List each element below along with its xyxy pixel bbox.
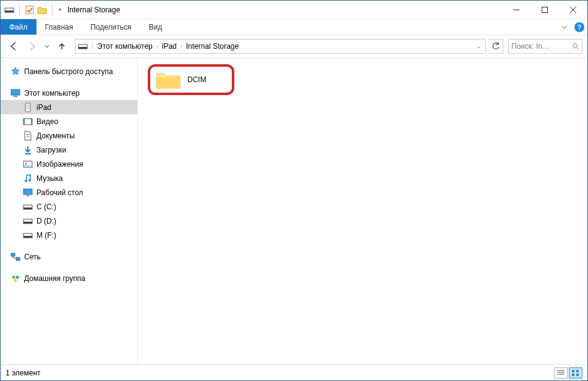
body: Панель быстрого доступа Этот компьютер i…	[1, 57, 587, 364]
sidebar-item-drive-m[interactable]: M (F:)	[1, 228, 137, 242]
close-button[interactable]	[559, 1, 587, 19]
refresh-button[interactable]	[488, 39, 503, 54]
svg-point-24	[28, 179, 31, 182]
sidebar-item-drive-c[interactable]: C (C:)	[1, 199, 137, 214]
status-count: 1 элемент	[6, 369, 41, 377]
svg-point-22	[25, 162, 27, 164]
sidebar-item-music[interactable]: Музыка	[1, 171, 137, 185]
recent-dropdown[interactable]	[43, 38, 51, 54]
search-placeholder: Поиск: In…	[511, 42, 550, 51]
svg-point-9	[573, 44, 577, 48]
star-icon	[11, 67, 20, 77]
breadcrumb-root-icon[interactable]	[77, 41, 89, 51]
navigation-bar: › Этот компьютер › iPad › Internal Stora…	[1, 35, 587, 57]
sidebar-item-ipad[interactable]: iPad	[1, 100, 137, 114]
sidebar-item-videos[interactable]: Видео	[1, 114, 137, 128]
tab-file[interactable]: Файл	[1, 19, 36, 35]
minimize-button[interactable]	[502, 1, 530, 19]
tree-label: Домашняя группа	[24, 274, 85, 283]
breadcrumb[interactable]: Этот компьютер	[96, 42, 154, 51]
monitor-icon	[11, 88, 20, 98]
address-dropdown-icon[interactable]: ⌄	[473, 44, 484, 49]
drive-icon	[23, 230, 33, 240]
sidebar-item-downloads[interactable]: Загрузки	[1, 143, 137, 157]
tree-label: M (F:)	[36, 231, 56, 240]
network-icon	[11, 252, 20, 262]
view-icons-button[interactable]	[569, 367, 582, 379]
navigation-pane: Панель быстрого доступа Этот компьютер i…	[1, 58, 138, 364]
tab-share[interactable]: Поделиться	[82, 19, 140, 35]
tab-view[interactable]: Вид	[140, 19, 171, 35]
tree-label: Рабочий стол	[36, 188, 83, 197]
tree-label: Музыка	[36, 174, 62, 183]
chevron-right-icon[interactable]: ›	[154, 43, 161, 49]
tree-label: Сеть	[24, 253, 41, 261]
sidebar-quick-access[interactable]: Панель быстрого доступа	[1, 64, 137, 78]
svg-rect-1	[5, 10, 14, 12]
sidebar-network[interactable]: Сеть	[1, 249, 137, 264]
chevron-right-icon[interactable]: ›	[178, 43, 185, 49]
svg-rect-41	[572, 370, 574, 372]
sidebar-this-pc[interactable]: Этот компьютер	[1, 86, 137, 100]
tree-label: C (C:)	[36, 203, 56, 211]
breadcrumb[interactable]: iPad	[161, 42, 178, 51]
search-input[interactable]: Поиск: In…	[508, 39, 582, 54]
svg-rect-15	[23, 119, 32, 125]
address-bar[interactable]: › Этот компьютер › iPad › Internal Stora…	[75, 39, 486, 54]
svg-rect-33	[11, 253, 15, 256]
svg-rect-12	[14, 96, 17, 97]
quick-access-toolbar: ▾	[4, 4, 62, 15]
tree-label: Изображения	[36, 160, 83, 169]
forward-button[interactable]	[24, 38, 40, 54]
drive-icon	[23, 202, 33, 212]
folder-icon	[37, 5, 47, 15]
sidebar-homegroup[interactable]: Домашняя группа	[1, 271, 137, 285]
svg-point-36	[16, 275, 19, 278]
tree-label: Видео	[36, 117, 58, 126]
svg-rect-25	[23, 189, 32, 195]
window-title: Internal Storage	[67, 6, 120, 14]
svg-rect-28	[23, 207, 32, 209]
svg-line-10	[577, 48, 579, 49]
svg-rect-14	[27, 104, 30, 110]
help-icon: ?	[574, 22, 584, 32]
svg-rect-11	[11, 90, 20, 95]
content-pane[interactable]: DCIM	[138, 58, 587, 364]
music-icon	[23, 174, 33, 183]
chevron-right-icon[interactable]: ›	[89, 43, 96, 49]
svg-rect-26	[27, 195, 29, 196]
svg-rect-4	[542, 7, 548, 12]
help-button[interactable]: ?	[571, 19, 587, 35]
window-controls	[502, 1, 587, 19]
checkbox-icon[interactable]	[25, 5, 35, 15]
maximize-button[interactable]	[530, 1, 559, 19]
svg-point-35	[12, 275, 15, 278]
desktop-icon	[23, 188, 33, 198]
explorer-window: ▾ Internal Storage Файл Главная Поделить…	[0, 0, 588, 381]
back-button[interactable]	[6, 38, 22, 54]
sidebar-item-documents[interactable]: Документы	[1, 128, 137, 143]
device-icon	[23, 103, 33, 112]
homegroup-icon	[11, 274, 20, 283]
separator	[52, 4, 53, 15]
tab-home[interactable]: Главная	[36, 19, 82, 35]
sidebar-item-pictures[interactable]: Изображения	[1, 157, 137, 171]
picture-icon	[23, 159, 33, 169]
svg-rect-16	[23, 119, 25, 125]
svg-point-37	[14, 278, 17, 282]
svg-rect-30	[23, 222, 32, 224]
up-button[interactable]	[54, 38, 70, 54]
sidebar-item-desktop[interactable]: Рабочий стол	[1, 185, 137, 199]
qat-dropdown-icon[interactable]: ▾	[58, 7, 62, 12]
ribbon-expand-icon[interactable]	[558, 19, 571, 35]
view-details-button[interactable]	[554, 367, 568, 379]
tree-label: Панель быстрого доступа	[24, 67, 113, 76]
folder-dcim[interactable]: DCIM	[148, 64, 234, 95]
separator	[19, 4, 20, 15]
svg-rect-2	[26, 6, 33, 14]
drive-icon	[4, 5, 14, 15]
breadcrumb[interactable]: Internal Storage	[185, 42, 240, 51]
statusbar: 1 элемент	[1, 364, 587, 380]
sidebar-item-drive-d[interactable]: D (D:)	[1, 214, 137, 228]
svg-point-23	[25, 180, 27, 182]
